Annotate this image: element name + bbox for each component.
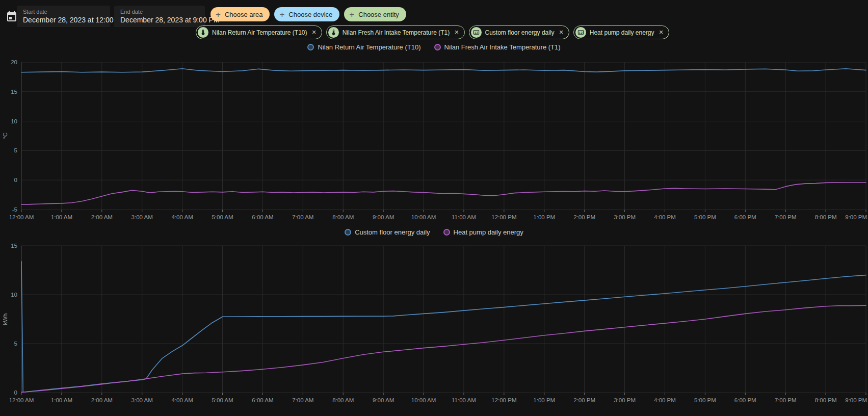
x-tick-label: 3:00 PM (614, 397, 636, 403)
end-date-field[interactable]: End date December 28, 2023 at 9:00 PM (114, 6, 205, 27)
x-tick-label: 3:00 PM (614, 214, 636, 220)
svg-text:2: 2 (476, 31, 478, 34)
close-icon[interactable]: ✕ (312, 29, 317, 36)
x-tick-label: 12:00 PM (491, 214, 516, 220)
x-tick-label: 8:00 PM (815, 397, 837, 403)
x-tick-label: 1:00 AM (51, 214, 72, 220)
start-date-label: Start date (23, 8, 104, 15)
end-date-label: End date (120, 8, 199, 15)
entity-chip-label: Heat pump daily energy (590, 29, 654, 36)
chip-label: Choose area (225, 11, 262, 18)
legend-item-heat-pump-daily-energy[interactable]: Heat pump daily energy (443, 228, 523, 236)
x-tick-label: 2:00 AM (91, 397, 113, 403)
chip-label: Choose device (288, 11, 332, 18)
x-tick-label: 4:00 PM (654, 397, 676, 403)
x-tick-label: 1:00 PM (533, 397, 555, 403)
x-tick-label: 10:00 AM (411, 397, 436, 403)
x-tick-label: 8:00 PM (815, 214, 837, 220)
x-tick-label: 1:00 AM (51, 397, 72, 403)
close-icon[interactable]: ✕ (659, 29, 664, 36)
thermometer-icon (198, 27, 208, 38)
y-tick-label: 10 (11, 118, 17, 124)
x-tick-label: 4:00 AM (172, 214, 193, 220)
entity-chip-label: Nilan Fresh Air Intake Temperature (T1) (343, 29, 450, 36)
x-tick-label: 8:00 AM (332, 397, 354, 403)
x-tick-label: 7:00 AM (292, 214, 313, 220)
start-date-value: December 28, 2023 at 12:00 Al (23, 15, 104, 24)
selected-entities-row: Nilan Return Air Temperature (T10)✕Nilan… (196, 25, 669, 39)
y-tick-label: -5 (12, 206, 17, 213)
series-line-nilan-return-air-temperature-t10 (21, 69, 866, 72)
entity-chip-heat-pump-daily-energy[interactable]: 12Heat pump daily energy✕ (573, 25, 669, 39)
x-tick-label: 10:00 AM (411, 214, 436, 220)
svg-text:2: 2 (581, 31, 583, 34)
legend-marker (434, 44, 441, 50)
counter-icon: 12 (471, 27, 482, 38)
y-tick-label: 15 (11, 243, 17, 249)
x-tick-label: 9:00 AM (373, 214, 394, 220)
legend-item-nilan-return-air-temperature-t10[interactable]: Nilan Return Air Temperature (T10) (307, 43, 420, 51)
x-tick-label: 6:00 AM (252, 214, 273, 220)
legend-item-nilan-fresh-air-intake-temperature-t1[interactable]: Nilan Fresh Air Intake Temperature (T1) (434, 43, 561, 51)
entity-chip-label: Custom floor energy daily (485, 29, 555, 36)
svg-text:1: 1 (578, 31, 580, 34)
legend-item-custom-floor-energy-daily[interactable]: Custom floor energy daily (345, 228, 430, 236)
plus-icon: + (216, 10, 221, 19)
choose-area-chip[interactable]: +Choose area (211, 7, 270, 21)
y-axis-unit-label: kWh (2, 314, 8, 325)
close-icon[interactable]: ✕ (559, 29, 564, 36)
entity-chip-label: Nilan Return Air Temperature (T10) (212, 29, 307, 36)
close-icon[interactable]: ✕ (454, 29, 459, 36)
y-tick-label: 5 (14, 341, 17, 347)
x-tick-label: 8:00 AM (332, 214, 354, 220)
legend-label: Nilan Fresh Air Intake Temperature (T1) (444, 43, 561, 51)
y-axis-unit-label: °C (2, 133, 8, 139)
x-tick-label: 9:00 AM (373, 397, 394, 403)
x-tick-label: 3:00 AM (131, 214, 153, 220)
choose-entity-chip[interactable]: +Choose entity (344, 7, 406, 21)
entity-chip-nilan-return-air-temperature-t10[interactable]: Nilan Return Air Temperature (T10)✕ (196, 25, 322, 39)
y-tick-label: 10 (11, 292, 17, 298)
x-tick-label: 7:00 PM (775, 397, 797, 403)
x-tick-label: 5:00 AM (212, 214, 233, 220)
y-tick-label: 15 (11, 89, 17, 95)
x-tick-label: 11:00 AM (452, 397, 476, 403)
x-tick-label: 9:00 PM (845, 397, 867, 403)
x-tick-label: 12:00 AM (9, 214, 34, 220)
x-tick-label: 2:00 AM (91, 214, 113, 220)
x-tick-label: 5:00 PM (694, 214, 716, 220)
y-tick-label: 0 (14, 389, 17, 396)
series-line-heat-pump-daily-energy (21, 305, 866, 392)
end-date-value: December 28, 2023 at 9:00 PM (120, 15, 199, 24)
plus-icon: + (279, 10, 284, 19)
thermometer-icon (328, 27, 339, 38)
legend-marker (443, 229, 450, 236)
energy-chart[interactable]: 15105012:00 AM1:00 AM2:00 AM3:00 AM4:00 … (0, 242, 868, 410)
x-tick-label: 7:00 PM (775, 214, 797, 220)
y-tick-label: 0 (14, 177, 17, 183)
legend-label: Nilan Return Air Temperature (T10) (318, 43, 420, 51)
x-tick-label: 5:00 AM (212, 397, 233, 403)
chip-label: Choose entity (358, 11, 399, 18)
series-line-nilan-fresh-air-intake-temperature-t1 (21, 183, 866, 204)
x-tick-label: 11:00 AM (452, 214, 476, 220)
temperature-chart[interactable]: 20151050-512:00 AM1:00 AM2:00 AM3:00 AM4… (0, 55, 868, 223)
legend-marker (307, 44, 314, 50)
plus-icon: + (349, 10, 354, 19)
x-tick-label: 4:00 PM (654, 214, 676, 220)
counter-icon: 12 (575, 27, 586, 38)
filter-picker-row: +Choose area+Choose device+Choose entity (211, 7, 406, 21)
x-tick-label: 12:00 AM (9, 397, 34, 403)
legend-label: Heat pump daily energy (454, 228, 523, 236)
history-page: { "toolbar": { "start_date": {"label": "… (0, 0, 868, 416)
entity-chip-nilan-fresh-air-intake-temperature-t1[interactable]: Nilan Fresh Air Intake Temperature (T1)✕ (326, 25, 465, 39)
choose-device-chip[interactable]: +Choose device (274, 7, 339, 21)
legend-marker (345, 229, 351, 236)
legend-label: Custom floor energy daily (355, 228, 430, 236)
y-tick-label: 20 (11, 59, 17, 65)
x-tick-label: 1:00 PM (533, 214, 555, 220)
entity-chip-custom-floor-energy-daily[interactable]: 12Custom floor energy daily✕ (469, 25, 569, 39)
x-tick-label: 2:00 PM (573, 214, 595, 220)
start-date-field[interactable]: Start date December 28, 2023 at 12:00 Al (17, 6, 110, 27)
energy-chart-legend: Custom floor energy dailyHeat pump daily… (0, 228, 868, 236)
